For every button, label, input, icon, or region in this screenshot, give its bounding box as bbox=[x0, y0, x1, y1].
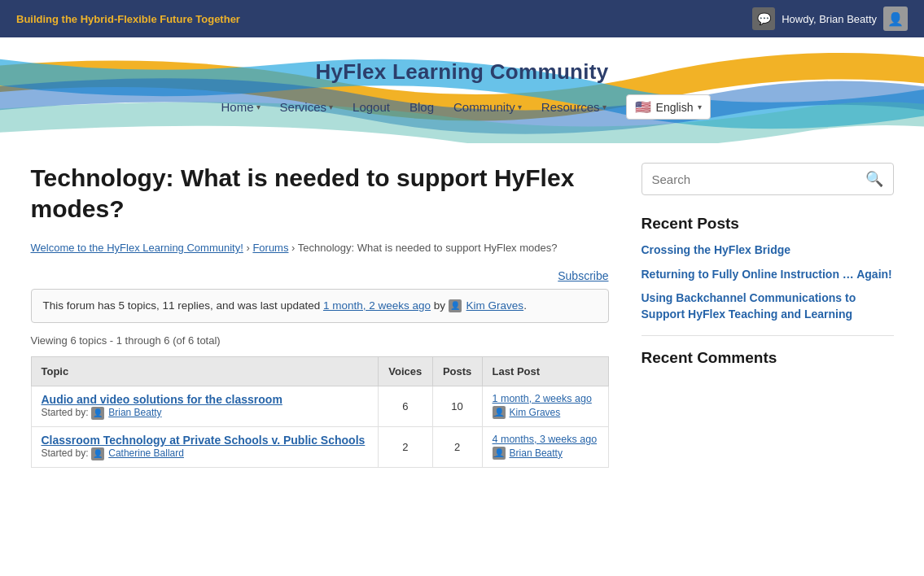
nav-services[interactable]: Services ▾ bbox=[272, 96, 342, 118]
search-box: 🔍 bbox=[642, 163, 894, 195]
posts-cell: 2 bbox=[432, 426, 482, 467]
col-voices: Voices bbox=[379, 356, 433, 386]
author-avatar: 👤 bbox=[91, 407, 104, 420]
site-title-wrap: HyFlex Learning Community bbox=[316, 51, 609, 88]
forum-by: by bbox=[434, 299, 445, 312]
started-by: Started by: 👤 Catherine Ballard bbox=[42, 447, 184, 459]
col-posts: Posts bbox=[432, 356, 482, 386]
started-author-link[interactable]: Brian Beatty bbox=[108, 407, 161, 418]
table-row: Classroom Technology at Private Schools … bbox=[31, 426, 608, 467]
author-avatar: 👤 bbox=[91, 447, 104, 460]
forum-info-box: This forum has 5 topics, 11 replies, and… bbox=[31, 289, 609, 323]
voices-cell: 6 bbox=[379, 386, 433, 426]
last-post-author: 👤 Kim Graves bbox=[493, 406, 598, 419]
nav-logout[interactable]: Logout bbox=[344, 96, 398, 118]
nav-resources[interactable]: Resources ▾ bbox=[533, 96, 615, 118]
site-title: HyFlex Learning Community bbox=[316, 59, 609, 85]
breadcrumb-sep2: › bbox=[291, 242, 298, 254]
last-updated-link[interactable]: 1 month, 2 weeks ago bbox=[323, 299, 431, 312]
sidebar: 🔍 Recent Posts Crossing the HyFlex Bridg… bbox=[642, 163, 894, 468]
last-post-link[interactable]: 1 month, 2 weeks ago bbox=[493, 393, 598, 404]
search-icon[interactable]: 🔍 bbox=[865, 170, 883, 188]
site-header: HyFlex Learning Community Home ▾ Service… bbox=[0, 37, 924, 143]
nav-blog[interactable]: Blog bbox=[401, 96, 442, 118]
table-header-row: Topic Voices Posts Last Post bbox=[31, 356, 608, 386]
topic-cell: Classroom Technology at Private Schools … bbox=[31, 426, 379, 467]
last-post-author-link[interactable]: Brian Beatty bbox=[510, 447, 563, 459]
user-avatar[interactable]: 👤 bbox=[883, 7, 908, 31]
last-author-avatar: 👤 bbox=[493, 447, 506, 460]
breadcrumb-current: Technology: What is needed to support Hy… bbox=[298, 242, 558, 254]
content-wrap: Technology: What is needed to support Hy… bbox=[15, 143, 910, 487]
user-info: 💬 Howdy, Brian Beatty 👤 bbox=[752, 7, 908, 31]
language-selector[interactable]: 🇺🇸 English ▾ bbox=[626, 94, 712, 120]
table-row: Audio and video solutions for the classr… bbox=[31, 386, 608, 426]
resources-arrow: ▾ bbox=[602, 103, 607, 111]
last-post-cell: 4 months, 3 weeks ago 👤 Brian Beatty bbox=[482, 426, 608, 467]
main-content: Technology: What is needed to support Hy… bbox=[31, 163, 609, 468]
started-by: Started by: 👤 Brian Beatty bbox=[42, 407, 162, 418]
chat-icon[interactable]: 💬 bbox=[752, 7, 775, 30]
home-arrow: ▾ bbox=[256, 103, 261, 111]
last-post-cell: 1 month, 2 weeks ago 👤 Kim Graves bbox=[482, 386, 608, 426]
nav-community[interactable]: Community ▾ bbox=[445, 96, 530, 118]
topic-cell: Audio and video solutions for the classr… bbox=[31, 386, 379, 426]
user-greeting: Howdy, Brian Beatty bbox=[782, 13, 877, 25]
topic-link[interactable]: Audio and video solutions for the classr… bbox=[42, 393, 369, 406]
recent-comments-title: Recent Comments bbox=[642, 349, 894, 367]
viewing-info: Viewing 6 topics - 1 through 6 (of 6 tot… bbox=[31, 334, 609, 347]
main-nav: Home ▾ Services ▾ Logout Blog Community … bbox=[213, 88, 712, 129]
services-arrow: ▾ bbox=[329, 103, 333, 111]
last-post-author: 👤 Brian Beatty bbox=[493, 447, 598, 460]
subscribe-link[interactable]: Subscribe bbox=[558, 269, 608, 282]
topics-table: Topic Voices Posts Last Post Audio and v… bbox=[31, 356, 609, 468]
top-bar: Building the Hybrid-Flexible Future Toge… bbox=[0, 0, 924, 37]
recent-post-link[interactable]: Returning to Fully Online Instruction … … bbox=[642, 267, 894, 283]
last-post-link[interactable]: 4 months, 3 weeks ago bbox=[493, 434, 598, 445]
nav-home[interactable]: Home ▾ bbox=[213, 96, 269, 118]
last-post-author-link[interactable]: Kim Graves bbox=[510, 407, 561, 418]
site-tagline: Building the Hybrid-Flexible Future Toge… bbox=[16, 13, 240, 25]
breadcrumb-forums[interactable]: Forums bbox=[252, 242, 288, 254]
posts-cell: 10 bbox=[432, 386, 482, 426]
last-author-avatar: 👤 bbox=[493, 406, 506, 419]
recent-posts-title: Recent Posts bbox=[642, 215, 894, 233]
started-author-link[interactable]: Catherine Ballard bbox=[108, 447, 184, 459]
last-author-avatar: 👤 bbox=[449, 299, 462, 312]
voices-cell: 2 bbox=[379, 426, 433, 467]
page-title: Technology: What is needed to support Hy… bbox=[31, 163, 609, 224]
breadcrumb: Welcome to the HyFlex Learning Community… bbox=[31, 240, 609, 256]
recent-post-link[interactable]: Crossing the HyFlex Bridge bbox=[642, 242, 894, 259]
search-input[interactable] bbox=[652, 172, 865, 186]
col-lastpost: Last Post bbox=[482, 356, 608, 386]
lang-arrow: ▾ bbox=[698, 103, 702, 111]
sidebar-divider bbox=[642, 335, 894, 336]
col-topic: Topic bbox=[31, 356, 379, 386]
lang-flag: 🇺🇸 bbox=[635, 99, 651, 115]
forum-info-text: This forum has 5 topics, 11 replies, and… bbox=[43, 299, 321, 312]
breadcrumb-home[interactable]: Welcome to the HyFlex Learning Community… bbox=[31, 242, 243, 254]
lang-label: English bbox=[656, 101, 694, 114]
topic-link[interactable]: Classroom Technology at Private Schools … bbox=[42, 434, 369, 447]
subscribe-wrap: Subscribe bbox=[31, 269, 609, 282]
community-arrow: ▾ bbox=[518, 103, 522, 111]
recent-post-link[interactable]: Using Backchannel Communications to Supp… bbox=[642, 290, 894, 322]
last-author-link[interactable]: Kim Graves bbox=[466, 299, 524, 312]
recent-posts-list: Crossing the HyFlex BridgeReturning to F… bbox=[642, 242, 894, 322]
